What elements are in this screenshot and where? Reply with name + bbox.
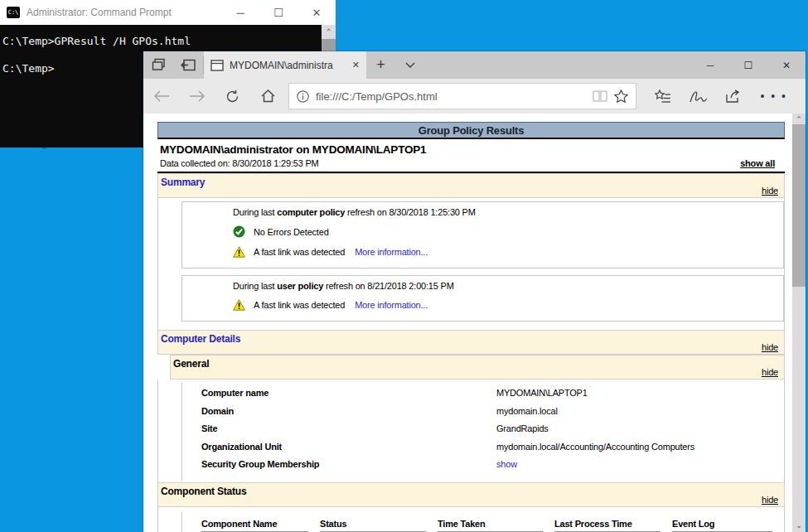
report-intro: MYDOMAIN\administrator on MYDOMAIN\LAPTO… [157,139,785,173]
table-row: Domain mydomain.local [201,406,784,424]
table-row: Security Group Membership show [201,459,784,477]
console-maximize-button[interactable]: ☐ [259,0,298,25]
column-header: Last Process Time [554,517,660,532]
table-row: Site GrandRapids [201,423,784,442]
console-minimize-button[interactable]: ─ [221,0,259,25]
row-label: Security Group Membership [201,459,496,469]
user-policy-suffix: refresh on 8/21/2018 2:00:15 PM [323,281,454,291]
user-policy-em: user policy [277,281,323,291]
user-policy-summary-box: During last user policy refresh on 8/21/… [181,275,784,322]
edge-browser-window: MYDOMAIN\administra ✕ + ─ ☐ ✕ file:///C [143,51,806,532]
scroll-down-icon[interactable]: ⌄ [792,520,806,532]
console-command-line: C:\Temp>GPResult /H GPOs.html [2,35,191,47]
data-collected-text: Data collected on: 8/30/2018 1:29:53 PM [160,158,319,168]
report-title-banner: Group Policy Results [157,122,785,139]
console-titlebar[interactable]: C:\ Administrator: Command Prompt ─ ☐ ✕ [0,0,336,25]
url-text[interactable]: file:///C:/Temp/GPOs.html [316,90,586,103]
row-label: Organizational Unit [201,442,496,452]
tab-bar: MYDOMAIN\administra ✕ + ─ ☐ ✕ [143,51,806,79]
refresh-button[interactable] [215,89,250,104]
console-scroll-up-icon[interactable]: ⌃ [322,25,336,39]
row-label: Site [201,423,496,433]
row-value: MYDOMAIN\LAPTOP1 [496,388,588,398]
computer-details-label[interactable]: Computer Details [161,333,240,345]
page-scrollbar[interactable]: ⌃ ⌄ [792,114,806,532]
ink-notes-pen-icon[interactable] [689,90,708,103]
share-icon[interactable] [726,89,742,103]
computer-policy-text: During last [233,207,277,217]
gp-results-report: Group Policy Results MYDOMAIN\administra… [157,122,785,532]
column-header: Component Name [201,517,308,532]
tabs-set-aside-button[interactable] [173,51,203,79]
home-button[interactable] [250,89,286,103]
favorite-star-icon[interactable] [614,89,628,103]
set-tabs-aside-icon [152,58,166,72]
tab-title: MYDOMAIN\administra [230,60,346,71]
computer-policy-suffix: refresh on 8/30/2018 1:25:30 PM [345,207,476,217]
row-value: GrandRapids [496,423,549,433]
row-label: Computer name [201,388,496,398]
column-header: Event Log [672,517,772,532]
more-information-link[interactable]: More information... [355,247,428,257]
general-table: Computer name MYDOMAIN\LAPTOP1 Domain my… [181,383,784,481]
no-errors-text: No Errors Detected [254,227,329,237]
new-tab-button[interactable]: + [366,51,395,79]
fast-link-text: A fast link was detected [254,247,345,257]
computer-policy-em: computer policy [277,207,345,217]
navigation-bar: file:///C:/Temp/GPOs.html • • • [143,79,806,114]
console-title: Administrator: Command Prompt [27,7,221,18]
general-section-body: Computer name MYDOMAIN\LAPTOP1 Domain my… [157,380,785,482]
component-status-table: Component Name Status Time Taken Last Pr… [181,512,784,532]
table-row: Computer name MYDOMAIN\LAPTOP1 [201,388,784,406]
general-hide-link[interactable]: hide [762,367,778,377]
component-status-label[interactable]: Component Status [161,486,246,497]
toolbar-icons: • • • [636,89,806,103]
set-tabs-aside-button[interactable] [143,51,173,79]
table-row: Organizational Unit mydomain.local/Accou… [201,442,784,460]
restore-tabs-icon [181,59,196,71]
site-info-icon[interactable] [297,90,309,103]
column-header: Status [320,517,426,532]
computer-details-hide-link[interactable]: hide [762,342,778,352]
row-value: mydomain.local/Accounting/Accounting Com… [496,442,694,452]
row-label: Domain [201,406,496,416]
page-document-icon [210,60,224,71]
address-bar[interactable]: file:///C:/Temp/GPOs.html [288,83,636,109]
success-check-icon [233,225,245,238]
component-status-section-header: Component Status hide [157,482,785,507]
summary-section-header: Summary hide [157,173,785,198]
more-information-link[interactable]: More information... [355,300,428,310]
general-label[interactable]: General [173,358,209,370]
browser-viewport: Group Policy Results MYDOMAIN\administra… [143,114,806,532]
fast-link-text: A fast link was detected [254,300,345,310]
tab-close-button[interactable]: ✕ [352,60,360,70]
summary-hide-link[interactable]: hide [762,186,778,196]
window-close-button[interactable]: ✕ [767,51,806,79]
component-status-hide-link[interactable]: hide [762,495,778,505]
browser-tab[interactable]: MYDOMAIN\administra ✕ [204,51,366,79]
tab-preview-chevron-icon[interactable] [395,51,424,79]
cmd-icon: C:\ [7,7,20,18]
summary-label[interactable]: Summary [161,177,205,188]
back-button[interactable] [143,90,179,102]
warning-triangle-icon [233,246,245,258]
component-status-section-body: Component Name Status Time Taken Last Pr… [157,507,785,532]
console-prompt-line: C:\Temp> [2,62,55,75]
tabbar-space [424,51,691,79]
forward-button[interactable] [179,90,215,102]
settings-more-icon[interactable]: • • • [760,89,786,103]
computer-details-section-header: Computer Details hide [157,330,785,355]
favorites-hub-icon[interactable] [655,89,671,103]
show-all-link[interactable]: show all [740,158,775,168]
column-header: Time Taken [438,517,543,532]
window-maximize-button[interactable]: ☐ [729,51,767,79]
reading-view-icon[interactable] [593,90,607,102]
security-group-show-link[interactable]: show [496,459,517,469]
console-close-button[interactable]: ✕ [298,0,336,25]
warning-triangle-icon [233,299,245,311]
window-minimize-button[interactable]: ─ [691,51,729,79]
summary-section-body: During last computer policy refresh on 8… [157,198,785,330]
general-section-header: General hide [170,355,785,380]
scroll-thumb[interactable] [792,124,806,287]
user-policy-text: During last [233,281,277,291]
